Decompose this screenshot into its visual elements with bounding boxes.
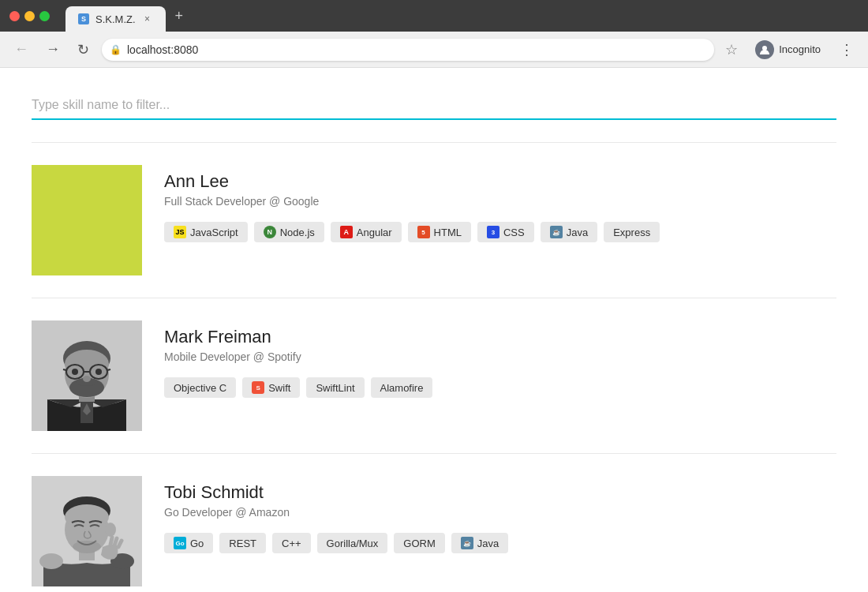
skill-label: C++ bbox=[282, 538, 301, 549]
java-icon: ☕ bbox=[461, 537, 473, 549]
svg-rect-4 bbox=[77, 236, 96, 252]
maximize-traffic-light[interactable] bbox=[39, 11, 50, 21]
developer-card: Ann Lee Full Stack Developer @ Google JS… bbox=[32, 142, 836, 298]
skill-tag: Go Go bbox=[164, 533, 213, 553]
developer-name: Mark Freiman bbox=[164, 327, 836, 347]
skill-label: Java bbox=[567, 227, 588, 238]
svg-rect-7 bbox=[62, 197, 69, 236]
lock-icon: 🔒 bbox=[110, 44, 122, 55]
avatar bbox=[32, 165, 142, 275]
skill-tag: 3 CSS bbox=[477, 222, 534, 242]
svg-rect-3 bbox=[55, 248, 118, 275]
skill-tag: Objective C bbox=[164, 377, 236, 398]
svg-line-31 bbox=[63, 369, 66, 370]
js-icon: JS bbox=[174, 226, 186, 238]
profile-button[interactable]: Incognito bbox=[749, 37, 827, 62]
svg-point-12 bbox=[95, 219, 99, 223]
skill-label: GORM bbox=[403, 538, 435, 549]
skill-label: Node.js bbox=[280, 227, 315, 238]
avatar bbox=[32, 320, 142, 431]
svg-point-14 bbox=[70, 222, 75, 227]
skill-tag: Alamofire bbox=[371, 377, 433, 398]
skill-label: Java bbox=[477, 538, 499, 549]
tab-label: S.K.M.Z. bbox=[95, 13, 136, 25]
skill-tag: Express bbox=[604, 222, 660, 242]
svg-point-42 bbox=[65, 504, 109, 530]
html-icon: 5 bbox=[417, 226, 430, 238]
tab-close-button[interactable]: × bbox=[142, 13, 153, 24]
skill-tag: JS JavaScript bbox=[164, 222, 248, 242]
svg-point-9 bbox=[73, 217, 81, 223]
svg-point-25 bbox=[65, 350, 109, 378]
svg-line-44 bbox=[110, 538, 112, 545]
node-icon: N bbox=[264, 226, 276, 238]
developer-card: Mark Freiman Mobile Developer @ Spotify … bbox=[32, 298, 836, 454]
angular-icon: A bbox=[340, 226, 353, 238]
address-bar: ← → ↻ 🔒 ☆ Incognito ⋮ bbox=[0, 32, 868, 68]
skill-label: Swift bbox=[268, 382, 290, 394]
minimize-traffic-light[interactable] bbox=[24, 11, 35, 21]
profile-label: Incognito bbox=[779, 43, 821, 55]
avatar bbox=[32, 476, 142, 586]
skill-tag: S Swift bbox=[242, 377, 300, 398]
browser-menu-button[interactable]: ⋮ bbox=[835, 38, 859, 62]
skill-tag: N Node.js bbox=[254, 222, 324, 242]
developer-card: Tobi Schmidt Go Developer @ Amazon Go Go… bbox=[32, 454, 836, 592]
svg-point-13 bbox=[84, 226, 90, 230]
traffic-lights bbox=[9, 11, 50, 21]
skill-label: CSS bbox=[503, 227, 525, 238]
svg-rect-1 bbox=[32, 165, 142, 275]
page-content: Ann Lee Full Stack Developer @ Google JS… bbox=[0, 68, 868, 592]
back-button[interactable]: ← bbox=[9, 38, 33, 61]
address-input[interactable] bbox=[102, 39, 714, 61]
skill-tag: SwiftLint bbox=[306, 377, 364, 398]
developer-name: Ann Lee bbox=[164, 171, 836, 192]
svg-point-43 bbox=[105, 523, 116, 537]
close-traffic-light[interactable] bbox=[9, 11, 20, 21]
skill-label: Gorilla/Mux bbox=[327, 538, 379, 549]
profile-avatar-icon bbox=[755, 40, 774, 59]
go-icon: Go bbox=[174, 537, 186, 549]
skill-tag: A Angular bbox=[331, 222, 402, 242]
svg-line-32 bbox=[107, 369, 110, 370]
developer-role: Mobile Developer @ Spotify bbox=[164, 350, 836, 363]
skill-tag: ☕ Java bbox=[541, 222, 597, 242]
svg-point-15 bbox=[99, 222, 103, 227]
skill-label: Alamofire bbox=[380, 382, 424, 394]
forward-button[interactable]: → bbox=[41, 38, 65, 61]
skill-label: Go bbox=[190, 538, 204, 549]
svg-line-45 bbox=[114, 538, 117, 545]
svg-point-37 bbox=[39, 553, 63, 569]
skill-label: SwiftLint bbox=[316, 382, 354, 394]
svg-rect-8 bbox=[104, 197, 112, 236]
svg-point-5 bbox=[63, 194, 110, 249]
svg-point-6 bbox=[62, 185, 112, 216]
skill-label: REST bbox=[229, 538, 256, 549]
skill-label: Objective C bbox=[174, 382, 226, 394]
svg-point-35 bbox=[83, 376, 91, 382]
skill-tag: 5 HTML bbox=[408, 222, 471, 242]
skill-tag: ☕ Java bbox=[451, 533, 508, 553]
developer-list: Ann Lee Full Stack Developer @ Google JS… bbox=[32, 142, 836, 592]
bookmark-button[interactable]: ☆ bbox=[722, 38, 741, 62]
tab-favicon: S bbox=[78, 13, 89, 24]
skills-list: Objective C S Swift SwiftLint Alamofire bbox=[164, 377, 836, 398]
skills-list: JS JavaScript N Node.js A Angular 5 HTML bbox=[164, 222, 836, 242]
new-tab-button[interactable]: + bbox=[169, 5, 190, 28]
developer-name: Tobi Schmidt bbox=[164, 482, 836, 503]
developer-role: Full Stack Developer @ Google bbox=[164, 195, 836, 208]
swift-icon: S bbox=[252, 381, 264, 394]
active-tab[interactable]: S S.K.M.Z. × bbox=[65, 6, 166, 32]
developer-info: Tobi Schmidt Go Developer @ Amazon Go Go… bbox=[164, 476, 836, 553]
refresh-button[interactable]: ↻ bbox=[73, 38, 94, 62]
css-icon: 3 bbox=[487, 226, 499, 238]
developer-role: Go Developer @ Amazon bbox=[164, 506, 836, 519]
skill-label: HTML bbox=[434, 227, 462, 238]
skill-tag: C++ bbox=[272, 533, 311, 553]
skill-search-input[interactable] bbox=[32, 92, 836, 118]
skill-label: Express bbox=[613, 227, 650, 238]
browser-chrome: S S.K.M.Z. × + bbox=[0, 0, 868, 32]
skill-tag: GORM bbox=[394, 533, 444, 553]
tab-bar: S S.K.M.Z. × + bbox=[65, 0, 859, 32]
skills-list: Go Go REST C++ Gorilla/Mux GORM bbox=[164, 533, 836, 553]
